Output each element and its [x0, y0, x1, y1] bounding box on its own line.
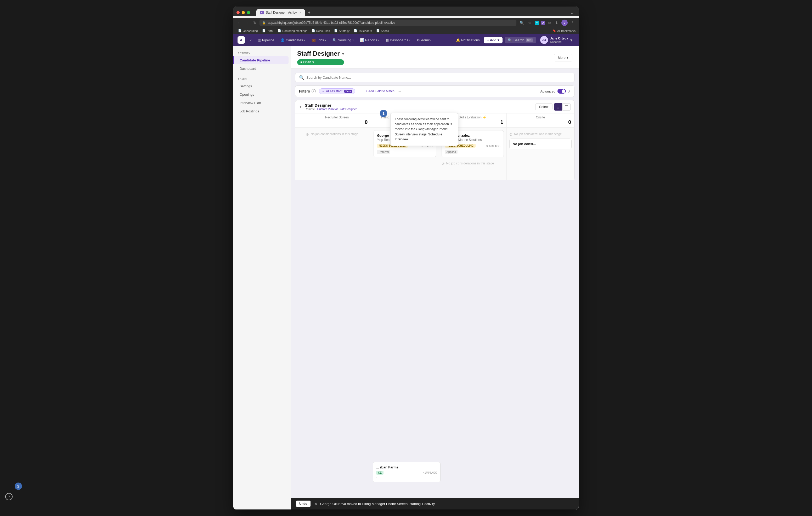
- stage-header-0: Recruiter Screen 0: [303, 114, 371, 127]
- pipeline-col-0: ⊘ No job considerations in this stage: [303, 127, 371, 180]
- nav-admin[interactable]: ⚙ Admin: [414, 37, 433, 44]
- search-icon: 🔍: [508, 38, 512, 42]
- user-avatar: JO: [540, 36, 548, 44]
- status-badge[interactable]: ■ Open ▾: [297, 59, 344, 65]
- bookmark-pmm[interactable]: 📄 PMM: [261, 29, 275, 33]
- maximize-button[interactable]: [247, 11, 250, 14]
- user-company: Nocobird: [550, 40, 568, 43]
- add-field-button[interactable]: + Add Field to Match: [366, 89, 395, 93]
- main-content: Staff Designer ▾ ■ Open ▾ More ▾: [291, 46, 579, 510]
- ashby-logo[interactable]: A: [237, 36, 245, 44]
- back-button[interactable]: ←: [236, 20, 242, 25]
- select-button[interactable]: Select: [535, 103, 552, 110]
- nav-sourcing[interactable]: 🔍 Sourcing ▾: [330, 37, 356, 44]
- sidebar-item-settings[interactable]: Settings: [235, 82, 289, 90]
- empty-state-3: ⊘ No job considerations in this stage: [509, 130, 572, 139]
- chevron-down-icon: ▾: [378, 39, 379, 41]
- ssl-lock-icon: 🔒: [262, 21, 266, 25]
- status-icon: ■: [300, 60, 302, 64]
- board-view-button[interactable]: ⊞: [554, 103, 562, 111]
- bookmark-icon: 📄: [278, 29, 281, 32]
- chevron-down-icon: ▾: [498, 38, 499, 42]
- browser-tab[interactable]: A Staff Designer · Ashby ✕: [256, 9, 305, 16]
- search-input[interactable]: [306, 75, 571, 80]
- bookmark-strategy[interactable]: 📄 Strategy: [332, 29, 351, 33]
- chrome-menu-button[interactable]: ⋮: [570, 20, 576, 25]
- tab-title: Staff Designer · Ashby: [266, 11, 297, 14]
- zoom-icon[interactable]: 🔍: [519, 20, 525, 25]
- nav-home[interactable]: ⌂: [248, 37, 254, 44]
- download-button[interactable]: ⬇: [554, 20, 559, 25]
- search-bar-row: 🔍: [295, 73, 575, 82]
- candidate-search[interactable]: 🔍: [295, 73, 575, 82]
- user-menu[interactable]: JO Jane Ortega Nocobird ▾: [538, 35, 575, 45]
- nav-dashboards[interactable]: ▦ Dashboards ▾: [383, 37, 413, 44]
- bookmark-onboarding[interactable]: 📄 Onboarding: [236, 29, 260, 33]
- notifications-button[interactable]: 🔔 Notifications: [454, 37, 482, 44]
- dashboards-icon: ▦: [385, 38, 389, 42]
- extension-icon1[interactable]: ✦: [535, 21, 539, 25]
- refresh-button[interactable]: ↻: [252, 20, 257, 25]
- url-text: app.ashbyhq.com/jobs/e02d75e5-884b-43c1-…: [268, 21, 395, 25]
- sidebar-section-admin: ADMIN: [233, 76, 291, 82]
- chevron-down-icon: ▾: [570, 38, 572, 42]
- chrome-user-avatar[interactable]: J: [561, 20, 568, 26]
- beta-badge: Beta: [344, 90, 353, 93]
- add-button[interactable]: + Add ▾: [484, 37, 502, 43]
- sidebar-section-activity: ACTIVITY: [233, 50, 291, 56]
- admin-icon: ⚙: [417, 38, 420, 42]
- forward-button[interactable]: →: [244, 20, 250, 25]
- sidebar-item-job-postings[interactable]: Job Postings: [235, 107, 289, 115]
- undo-button[interactable]: Undo: [296, 500, 311, 507]
- bookmark-ta-leaders[interactable]: 📄 TA leaders: [352, 29, 374, 33]
- filters-more-button[interactable]: ···: [398, 89, 401, 94]
- extensions-button[interactable]: ⧉: [547, 20, 552, 26]
- tabs-more-button[interactable]: ⌄: [568, 10, 576, 15]
- chevron-down-icon: ▾: [409, 39, 410, 41]
- job-collapse-arrow[interactable]: ▼: [299, 105, 302, 109]
- all-bookmarks-button[interactable]: 🔖 All Bookmarks: [552, 29, 576, 32]
- ai-assistant-button[interactable]: ✦ AI Assistant Beta: [319, 88, 355, 94]
- partial-card-bottom[interactable]: ... rban Farms CE 41MIN AGO -: [373, 462, 440, 482]
- bookmark-specs[interactable]: 📄 Specs: [375, 29, 390, 33]
- page-title-dropdown-icon[interactable]: ▾: [342, 51, 344, 56]
- chevron-down-icon: ▾: [567, 56, 569, 60]
- job-title: Staff Designer: [305, 103, 357, 108]
- collapse-filters-button[interactable]: ∧: [568, 89, 571, 93]
- sidebar-item-dashboard[interactable]: Dashboard: [235, 65, 289, 73]
- user-name: Jane Ortega: [550, 37, 568, 40]
- partial-card[interactable]: No job consi...: [509, 139, 572, 149]
- new-tab-button[interactable]: +: [306, 9, 313, 16]
- extension-icon2[interactable]: A: [541, 21, 545, 25]
- tab-close-button[interactable]: ✕: [299, 11, 301, 14]
- ashby-favicon: A: [260, 11, 264, 14]
- advanced-toggle[interactable]: [557, 89, 566, 94]
- toast-close-button[interactable]: ✕: [314, 502, 318, 506]
- sidebar-item-interview-plan[interactable]: Interview Plan: [235, 99, 289, 107]
- list-view-button[interactable]: ☰: [562, 103, 571, 111]
- bookmark-resources[interactable]: 📄 Resources: [310, 29, 332, 33]
- bookmark-star-icon[interactable]: ☆: [527, 20, 532, 25]
- filters-info-icon[interactable]: i: [312, 89, 316, 93]
- tooltip-popup: These following activities will be sent …: [390, 113, 458, 146]
- lightning-icon: ⚡: [483, 116, 487, 119]
- candidates-icon: 👤: [281, 38, 285, 42]
- sparkle-icon: ✦: [322, 89, 324, 93]
- advanced-label: Advanced: [540, 89, 555, 93]
- sidebar-item-candidate-pipeline[interactable]: Candidate Pipeline: [233, 56, 289, 64]
- minimize-button[interactable]: [242, 11, 245, 14]
- nav-jobs[interactable]: 💼 Jobs ▾: [309, 37, 329, 44]
- nav-reports[interactable]: 📊 Reports ▾: [357, 37, 382, 44]
- bookmark-icon: 📄: [376, 29, 380, 32]
- bookmark-icon: 📄: [312, 29, 315, 32]
- bookmark-icon: 📄: [238, 29, 242, 32]
- nav-pipeline[interactable]: ◫ Pipeline: [255, 37, 277, 44]
- sidebar-item-openings[interactable]: Openings: [235, 90, 289, 98]
- empty-icon: ⊘: [509, 132, 513, 136]
- search-button[interactable]: 🔍 Search ⌘K: [504, 37, 536, 43]
- bookmark-recurring[interactable]: 📄 Recurring meetings: [276, 29, 309, 33]
- nav-candidates[interactable]: 👤 Candidates ▾: [278, 37, 308, 44]
- close-button[interactable]: [236, 11, 240, 14]
- more-button[interactable]: More ▾: [554, 54, 572, 61]
- address-bar[interactable]: 🔒 app.ashbyhq.com/jobs/e02d75e5-884b-43c…: [260, 20, 516, 26]
